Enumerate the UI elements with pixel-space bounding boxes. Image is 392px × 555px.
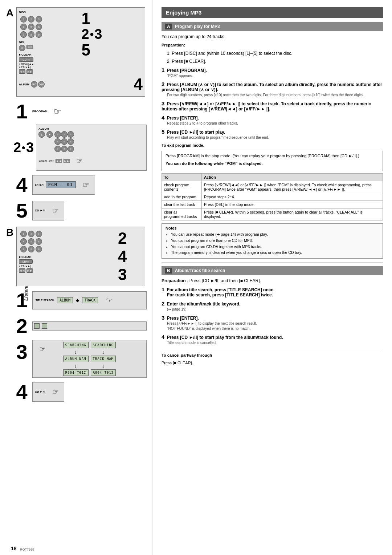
- a-step-3: 3 Press [∨/REW/|◄◄] or [∧/FF/►► |] to se…: [162, 100, 383, 112]
- clear-label-a: ■ CLEAR: [19, 53, 80, 56]
- table-col-to: To: [162, 174, 202, 181]
- nav-btn-row: ◄◄ ►►: [19, 69, 80, 74]
- table-row-1: check program contents Press [∨/REW/|◄◄]…: [162, 181, 383, 193]
- program-note: Press [PROGRAM] in the stop mode. (You c…: [166, 153, 379, 159]
- b-step-4: 4 Press [CD ►/II] to start play from the…: [162, 334, 383, 345]
- section-a-badge: A: [165, 24, 172, 29]
- a-step-3-num: 3: [162, 100, 164, 106]
- a-step-4-num: 4: [162, 114, 164, 121]
- table-action-1: Press [∨/REW/|◄◄] or [∧/FF/►► |] when "P…: [201, 181, 383, 193]
- btn-rew-23: ◄◄: [56, 159, 62, 163]
- track-display-b1: TRACK: [82, 297, 98, 303]
- btn-2: 2: [28, 16, 34, 23]
- prep-step-1: 1. Press [DISC] and (within 10 seconds) …: [167, 50, 383, 57]
- btn-def: DEF: [38, 81, 45, 88]
- b-n8: 8: [28, 246, 34, 252]
- left-panel: Listening operations A DISC 1 2 3: [0, 0, 152, 555]
- to-exit-label: To exit program mode.: [162, 143, 383, 148]
- table-to-4: clear all programmed tracks: [162, 208, 202, 220]
- b-prep-text: : Press [CD ►/II] and then [■ CLEAR].: [187, 278, 261, 283]
- table-to-2: add to the program: [162, 193, 202, 201]
- dot: •: [90, 28, 94, 41]
- b-step-1-device: TITLE SEARCH ALBUM ◆ TRACK ☞: [32, 291, 147, 309]
- album-label-23: ALBUM: [38, 127, 144, 130]
- step-5-device: CD ►/II ☞: [32, 201, 64, 220]
- cd-r-btn-b: CD+R: [19, 259, 33, 264]
- b-num-grid: 1 2 3 4 5 6 7 8 9: [19, 229, 100, 254]
- clear-label-b: ■ CLEAR: [19, 255, 100, 259]
- b-n1: 1: [20, 231, 27, 237]
- device-23-illustration: ALBUM ▲ ▼ 1 2 3 4 5 6 7 8: [36, 125, 147, 171]
- b-big-2: 2: [118, 229, 127, 247]
- arrow-down-left: ↓: [74, 349, 77, 355]
- searching-right: SEARCHING ↓ TRACK NAM ↓ R004 T012: [91, 342, 116, 376]
- b-big-4: 4: [118, 247, 127, 266]
- b-step-3-sub-2: "NOT FOUND" is displayed when there is n…: [167, 327, 250, 331]
- device-b-nums: 2 4 3: [102, 229, 143, 284]
- b-step-2-sub: (➜ page 19): [167, 307, 187, 311]
- table-action-2: Repeat steps 2~4.: [201, 193, 383, 201]
- b-step-3-num: 3: [162, 315, 164, 321]
- btn-down: ▼: [46, 131, 53, 138]
- a-step-1-num: 1: [162, 67, 164, 73]
- b-big-3: 3: [118, 266, 127, 284]
- step-5-row: 5 CD ►/II ☞: [13, 199, 147, 222]
- device-a-illustration: DISC 1 2 3 4 5 6 7 8 9: [16, 7, 145, 97]
- b-step-1-line2: For track title search, press [TITLE SEA…: [167, 292, 273, 297]
- notes-title: Notes: [166, 226, 379, 230]
- cd-play-label: CD ►/II: [35, 209, 45, 212]
- disp-left-b2: ∼: [34, 323, 40, 329]
- btn-1: 1: [20, 16, 27, 23]
- btn-5: 5: [28, 24, 34, 30]
- del-label: DEL: [19, 41, 80, 44]
- b-nav-btns: ◄◄ ►►: [19, 268, 100, 273]
- root-result2-display: R004 T012: [91, 369, 116, 376]
- n9: 9: [68, 146, 74, 152]
- b-n5: 5: [28, 238, 34, 245]
- prep-step-2: 2. Press [■ CLEAR].: [167, 58, 383, 65]
- btn-ff: ►►: [26, 69, 33, 74]
- b-step-num-1: 1: [13, 288, 31, 312]
- btn-3: 3: [36, 16, 42, 23]
- a-step-2: 2 Press [ALBUM (∧ or ∨)] to select the a…: [162, 81, 383, 97]
- note-4: The program memory is cleared when you c…: [171, 250, 379, 255]
- b-step-2-text: Enter the album/track title keyword.: [167, 301, 241, 307]
- b-step-4-sub: Title search mode is cancelled.: [167, 341, 217, 345]
- b-step-2-row: 2 ∼ ∼: [13, 314, 147, 338]
- device-b-illustration: 1 2 3 4 5 6 7 8 9 ■ CLEAR: [16, 227, 145, 286]
- table-to-3: clear the last track: [162, 201, 202, 208]
- a-step-1-text: Press [PROGRAM].: [167, 68, 207, 73]
- big-num-2: 2: [82, 27, 89, 42]
- b-n7: 7: [20, 246, 27, 252]
- num-2: 2: [13, 140, 21, 155]
- searching-text-left: SEARCHING: [63, 342, 89, 348]
- step-4-row: 4 ENTER PGM – 01 ☞: [13, 173, 147, 197]
- step-1-row: 1 PROGRAM ☞: [13, 100, 147, 123]
- step-23-num: 2 • 3: [13, 140, 34, 155]
- btn-6: 6: [36, 24, 42, 30]
- rqt-code: RQT7369: [20, 548, 34, 551]
- b-step-2-displays: ∼ ∼: [32, 321, 147, 331]
- btn-up: ▲: [38, 131, 45, 138]
- b-step-3: 3 Press [ENTER]. Press [∧/FF/►► |] to di…: [162, 315, 383, 331]
- a-step-4: 4 Press [ENTER]. Repeat steps 2 to 4 to …: [162, 114, 383, 126]
- hand-icon-b4: ☞: [49, 385, 62, 399]
- step-1-content: PROGRAM ☞: [32, 104, 64, 119]
- page: Listening operations A DISC 1 2 3: [0, 0, 392, 555]
- right-panel: Enjoying MP3 A Program play for MP3 You …: [152, 0, 392, 555]
- numeric-grid-a: 1 2 3 4 5 6 7 8 9: [19, 15, 80, 39]
- album-label-a: ALBUM: [19, 83, 29, 86]
- n2: 2: [61, 131, 68, 138]
- table-action-4: Press [■ CLEAR]. Within 5 seconds, press…: [201, 208, 383, 220]
- n6: 6: [68, 138, 74, 145]
- table-action-3: Press [DEL] in the stop mode.: [201, 201, 383, 208]
- a-step-4-sub: Repeat steps 2 to 4 to program other tra…: [167, 121, 238, 125]
- b-step-num-2: 2: [13, 314, 31, 338]
- num-grid-23: 1 2 3 4 5 6 7 8 9: [54, 131, 73, 152]
- table-row-3: clear the last track Press [DEL] in the …: [162, 201, 383, 208]
- table-to-1: check program contents: [162, 181, 202, 193]
- device-b-inner: 1 2 3 4 5 6 7 8 9 ■ CLEAR: [19, 229, 143, 284]
- b-n3: 3: [36, 231, 42, 237]
- searching-row: SEARCHING ↓ ALBUM NAM ↓ R004-T012 SEARCH…: [34, 342, 145, 376]
- btn-4: 4: [20, 24, 27, 30]
